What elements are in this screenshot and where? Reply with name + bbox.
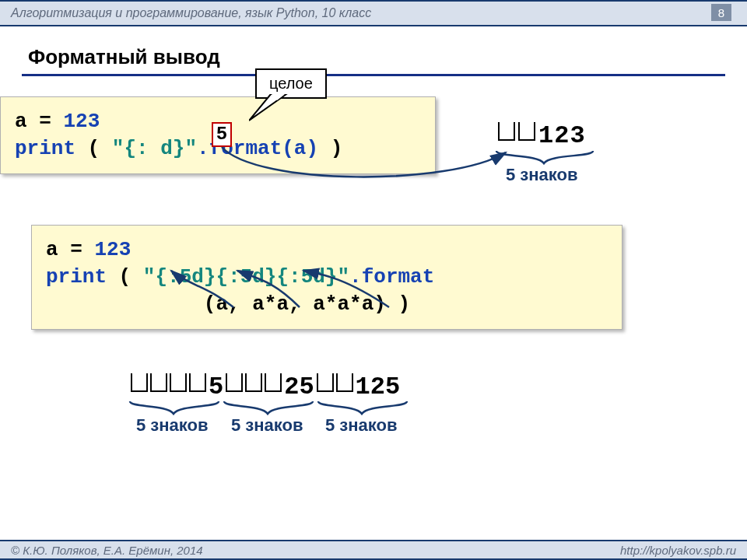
svg-marker-0: [249, 94, 286, 121]
space-icon: [189, 373, 206, 392]
footer-bar: © К.Ю. Поляков, Е.А. Ерёмин, 2014 http:/…: [0, 540, 747, 560]
brace-2c: [317, 400, 410, 417]
brace-2b-label: 5 знаков: [231, 415, 303, 436]
space-icon: [336, 373, 353, 392]
output-2: 525125: [131, 373, 400, 401]
footer-right: http://kpolyakov.spb.ru: [620, 544, 736, 557]
space-icon: [226, 373, 243, 392]
header-bar: Алгоритмизация и программирование, язык …: [0, 0, 747, 26]
brace-2b: [223, 400, 316, 417]
arrow-to-output1: [218, 143, 514, 190]
header-subject: Алгоритмизация и программирование, язык …: [11, 6, 371, 20]
highlight-5: 5: [212, 122, 232, 147]
space-icon: [170, 373, 187, 392]
space-icon: [265, 373, 282, 392]
footer-left: © К.Ю. Поляков, Е.А. Ерёмин, 2014: [11, 544, 203, 557]
brace-2a: [128, 400, 222, 417]
page-title: Форматный вывод: [0, 26, 747, 74]
arrows-format: [163, 264, 420, 311]
title-rule: [22, 74, 725, 76]
space-icon: [245, 373, 262, 392]
space-icon: [131, 373, 148, 392]
space-icon: [498, 122, 515, 141]
page-number: 8: [711, 4, 731, 21]
brace-1-label: 5 знаков: [506, 165, 578, 185]
space-icon: [518, 122, 535, 141]
content-area: целое a = 123 print ( "{: d}".format(a) …: [0, 96, 747, 532]
brace-2c-label: 5 знаков: [325, 415, 398, 436]
brace-2a-label: 5 знаков: [136, 415, 209, 436]
space-icon: [150, 373, 167, 392]
code2-line1: a = 123: [46, 236, 608, 264]
space-icon: [317, 373, 334, 392]
